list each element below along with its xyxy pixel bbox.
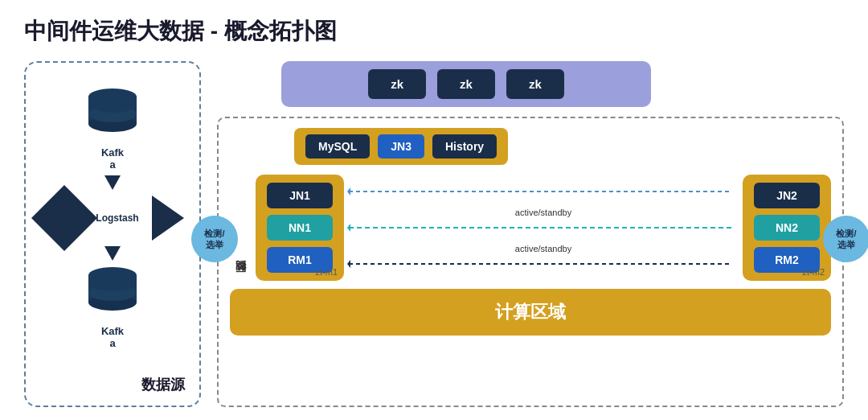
middle-arrows: active/standby active/standby	[344, 175, 743, 281]
page-title: 中间件运维大数据 - 概念拓扑图	[24, 16, 844, 47]
right-panel: zk zk zk 检测/ 选举 检测/ 选举 MySQL JN3 Hist	[217, 61, 844, 407]
bubble-right: 检测/ 选举	[823, 216, 868, 262]
zk-row: zk zk zk	[281, 61, 651, 107]
active-standby-nn: active/standby	[515, 208, 571, 217]
arrow-down-2	[104, 246, 121, 261]
svg-point-9	[88, 275, 137, 291]
datasource-label: 数据源	[141, 375, 185, 394]
nn-arrow-row: active/standby	[347, 208, 739, 237]
history-box: History	[432, 134, 497, 159]
zk-box-2: zk	[437, 69, 495, 99]
kafka-top-icon	[84, 87, 141, 142]
bubble-left: 检测/ 选举	[191, 216, 238, 262]
kafka-bottom-icon	[84, 266, 141, 320]
svg-marker-11	[347, 187, 350, 196]
active-standby-rm: active/standby	[515, 244, 571, 253]
logstash-label: Logstash	[96, 212, 138, 224]
svg-marker-14	[347, 224, 350, 232]
logstash-row: Logstash	[41, 195, 183, 241]
service-row: MySQL JN3 History	[294, 128, 508, 165]
control-zone: 控制区 JN1 NN1 RM1 zt-m1	[230, 175, 831, 281]
main-content: Kafka Logstash	[24, 61, 844, 407]
jn1-box: JN1	[267, 183, 333, 208]
big-arrow-right	[152, 196, 184, 241]
ztm1-label: zt-m1	[316, 267, 338, 277]
nn1-box: NN1	[267, 215, 333, 241]
nn-arrows-svg	[347, 219, 739, 237]
left-flow: Kafka Logstash	[41, 79, 183, 349]
kafka-bottom-label: Kafka	[101, 325, 124, 349]
jn-arrow-row	[347, 183, 739, 200]
compute-zone: 计算区域	[230, 289, 831, 336]
jn2-box: JN2	[754, 183, 820, 208]
logstash-diamond	[31, 185, 97, 251]
mysql-box: MySQL	[305, 134, 370, 159]
zk-box-3: zk	[506, 69, 564, 99]
svg-point-4	[88, 97, 137, 113]
rm-arrows-svg	[347, 255, 739, 273]
arrow-down-1	[104, 175, 121, 190]
left-panel: Kafka Logstash	[24, 61, 201, 407]
ztm2-label: zt-m2	[803, 267, 825, 277]
svg-marker-16	[347, 260, 350, 268]
kafka-top-label: Kafka	[101, 146, 124, 171]
hdfs-region: 检测/ 选举 检测/ 选举 MySQL JN3 History 控制区	[217, 117, 844, 407]
jn-arrows-svg	[347, 183, 739, 200]
jn3-box: JN3	[378, 134, 424, 159]
ztm2-box: JN2 NN2 RM2 zt-m2	[743, 175, 831, 281]
rm-arrow-row: active/standby	[347, 244, 739, 273]
page: 中间件运维大数据 - 概念拓扑图 Kafka	[0, 0, 868, 420]
nn2-box: NN2	[754, 215, 820, 241]
ztm1-box: JN1 NN1 RM1 zt-m1	[256, 175, 344, 281]
zk-box-1: zk	[368, 69, 426, 99]
